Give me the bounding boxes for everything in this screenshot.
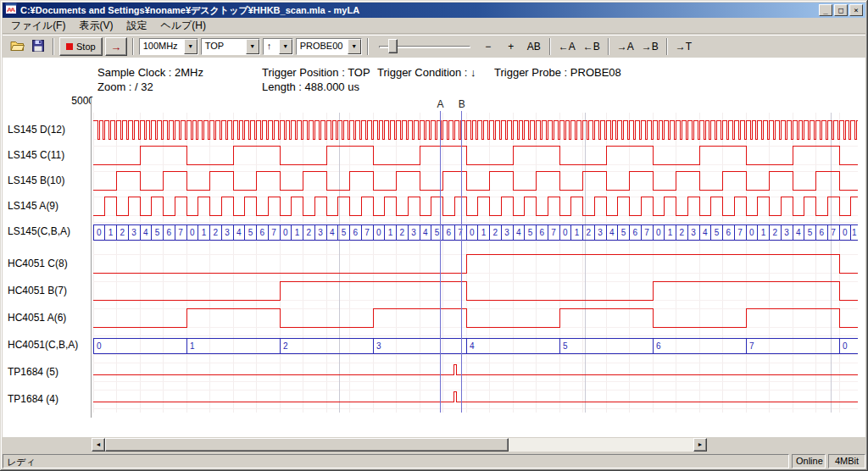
folder-open-icon [10, 40, 25, 54]
length-info: Length : 488.000 us [262, 80, 359, 93]
svg-text:0: 0 [749, 228, 754, 237]
goto-trigger-button[interactable]: →T [673, 37, 694, 56]
svg-text:0: 0 [656, 228, 661, 237]
svg-text:5: 5 [248, 228, 253, 237]
svg-text:1: 1 [295, 228, 300, 237]
svg-text:2: 2 [120, 228, 125, 237]
toolbar-separator [367, 38, 369, 55]
channel-label: TP1684 (5) [8, 363, 90, 381]
goto-cursor-b-right-button[interactable]: →B [639, 37, 661, 56]
trigger-position-select[interactable]: TOP ▼ [201, 38, 260, 55]
svg-text:1: 1 [202, 228, 207, 237]
svg-text:1: 1 [575, 228, 580, 237]
probe-select[interactable]: PROBE00 ▼ [296, 38, 362, 55]
sample-clock-select[interactable]: 100MHz ▼ [139, 38, 198, 55]
waveform-canvas[interactable]: 0123456701234567012345670123456701234567… [91, 97, 860, 418]
app-icon [5, 3, 17, 18]
statusbar: レディ Online 4MBit [3, 454, 865, 468]
save-file-button[interactable] [29, 37, 47, 56]
chevron-down-icon[interactable]: ▼ [246, 39, 259, 54]
svg-text:4: 4 [516, 228, 521, 237]
stop-button[interactable]: Stop [59, 37, 103, 56]
waveform-panel: Sample Clock : 2MHz Trigger Position : T… [3, 58, 865, 437]
svg-text:7: 7 [178, 228, 183, 237]
menu-file[interactable]: ファイル(F) [4, 17, 72, 35]
titlebar[interactable]: C:¥Documents and Settings¥noname¥デスクトップ¥… [3, 3, 865, 18]
stop-icon [66, 43, 73, 50]
toolbar-separator [132, 38, 134, 55]
status-message: レディ [3, 454, 789, 468]
svg-text:5: 5 [563, 341, 568, 351]
channel-label: LS145 B(10) [8, 171, 90, 190]
toolbar-separator [53, 38, 54, 55]
goto-cursor-a-left-button[interactable]: ←A [556, 37, 578, 56]
ab-cursor-button[interactable]: AB [524, 37, 544, 56]
goto-cursor-b-left-button[interactable]: ←B [581, 37, 603, 56]
menu-view[interactable]: 表示(V) [72, 17, 120, 35]
svg-text:6: 6 [726, 228, 732, 237]
svg-text:0: 0 [843, 341, 848, 351]
trigger-edge-select[interactable]: ↑ ▼ [263, 38, 293, 55]
scroll-right-icon[interactable]: ► [693, 438, 707, 452]
svg-text:5: 5 [155, 228, 160, 237]
svg-text:3: 3 [376, 341, 381, 351]
svg-text:3: 3 [504, 228, 509, 237]
svg-text:5: 5 [342, 228, 347, 237]
menu-help[interactable]: ヘルプ(H) [153, 17, 213, 35]
channel-label: LS145(C,B,A) [8, 222, 90, 241]
scroll-left-icon[interactable]: ◄ [92, 438, 105, 452]
svg-text:2: 2 [493, 228, 498, 237]
svg-text:3: 3 [318, 228, 323, 237]
menubar: ファイル(F) 表示(V) 設定 ヘルプ(H) [3, 19, 865, 34]
scrollbar-thumb[interactable] [105, 438, 509, 452]
svg-text:6: 6 [540, 228, 545, 237]
goto-cursor-a-right-button[interactable]: →A [615, 37, 637, 56]
zoom-out-button[interactable]: − [478, 37, 498, 56]
run-button[interactable]: → [105, 37, 127, 56]
sample-clock-value: 100MHz [140, 39, 184, 54]
zoom-slider[interactable] [377, 37, 472, 56]
chevron-down-icon[interactable]: ▼ [279, 39, 292, 54]
svg-text:3: 3 [691, 228, 696, 237]
svg-text:2: 2 [307, 228, 312, 237]
open-file-button[interactable] [8, 37, 26, 56]
chevron-down-icon[interactable]: ▼ [184, 39, 198, 54]
svg-text:5: 5 [435, 228, 440, 237]
svg-text:0: 0 [843, 228, 848, 237]
svg-text:7: 7 [364, 228, 370, 237]
svg-text:6: 6 [167, 228, 172, 237]
svg-text:0: 0 [190, 228, 195, 237]
horizontal-scrollbar[interactable]: ◄ ► [92, 438, 707, 452]
svg-text:4: 4 [330, 228, 335, 237]
channel-label: LS145 A(9) [8, 197, 90, 215]
menu-settings[interactable]: 設定 [120, 17, 153, 35]
probe-value: PROBE00 [297, 39, 348, 54]
channel-label: TP1684 (4) [8, 390, 90, 408]
zoom-in-button[interactable]: + [501, 37, 521, 56]
svg-text:7: 7 [551, 228, 556, 237]
channel-label: HC4051(C,B,A) [8, 335, 90, 354]
svg-text:2: 2 [283, 341, 288, 351]
svg-text:0: 0 [97, 341, 102, 351]
svg-text:3: 3 [598, 228, 603, 237]
svg-text:4: 4 [796, 228, 801, 237]
channel-label: LS145 C(11) [8, 146, 90, 164]
trigger-position-value: TOP [202, 39, 246, 54]
window-title: C:¥Documents and Settings¥noname¥デスクトップ¥… [20, 4, 815, 17]
svg-text:2: 2 [773, 228, 778, 237]
svg-text:4: 4 [470, 341, 475, 351]
svg-text:7: 7 [458, 228, 463, 237]
minimize-button[interactable]: _ [819, 4, 832, 16]
status-memory-badge: 4MBit [828, 454, 865, 468]
svg-text:1: 1 [761, 228, 766, 237]
maximize-button[interactable]: □ [834, 4, 848, 16]
chevron-down-icon[interactable]: ▼ [348, 39, 361, 54]
svg-text:3: 3 [784, 228, 789, 237]
svg-text:0: 0 [283, 228, 288, 237]
toolbar-separator [608, 38, 609, 55]
zoom-slider-thumb[interactable] [388, 39, 398, 53]
close-button[interactable]: × [849, 4, 863, 16]
svg-text:1: 1 [481, 228, 487, 237]
svg-text:4: 4 [609, 228, 615, 237]
svg-text:0: 0 [563, 228, 568, 237]
